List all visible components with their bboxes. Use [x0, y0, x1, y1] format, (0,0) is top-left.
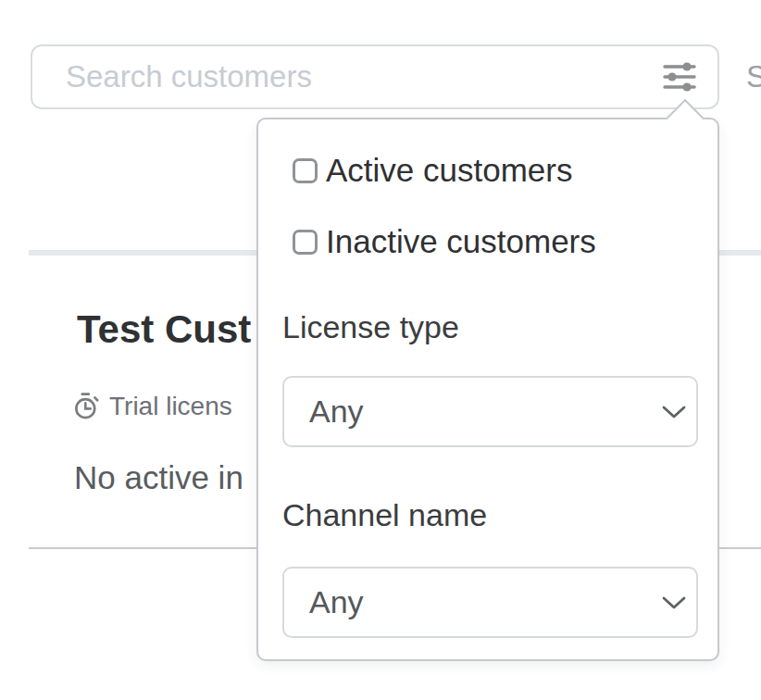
sort-label-partial: S — [746, 59, 761, 94]
filter-popover: Active customers Inactive customers Lice… — [256, 118, 719, 661]
chevron-down-icon — [661, 405, 687, 419]
no-active-status-text: No active in — [74, 459, 243, 496]
stopwatch-icon — [70, 391, 102, 422]
channel-name-value: Any — [309, 584, 661, 620]
license-type-select[interactable]: Any — [282, 376, 698, 447]
sliders-icon — [662, 59, 697, 94]
license-badge-text: Trial licens — [109, 392, 232, 421]
channel-name-select[interactable]: Any — [282, 567, 698, 638]
customer-name-heading: Test Cust — [77, 308, 251, 351]
inactive-customers-row[interactable]: Inactive customers — [293, 223, 596, 260]
chevron-down-icon — [661, 595, 687, 610]
filter-button[interactable] — [653, 50, 706, 104]
license-badge: Trial licens — [70, 391, 232, 422]
inactive-customers-label: Inactive customers — [326, 223, 596, 260]
inactive-customers-checkbox[interactable] — [293, 230, 318, 255]
active-customers-checkbox[interactable] — [293, 158, 318, 183]
channel-name-label: Channel name — [282, 497, 487, 533]
search-input[interactable]: Search customers — [31, 44, 719, 109]
license-type-value: Any — [309, 394, 661, 430]
customers-screen: Search customers S Test Cust Tr — [0, 0, 761, 700]
active-customers-label: Active customers — [326, 152, 572, 189]
active-customers-row[interactable]: Active customers — [293, 152, 572, 189]
search-placeholder: Search customers — [66, 59, 653, 94]
license-type-label: License type — [282, 309, 459, 345]
